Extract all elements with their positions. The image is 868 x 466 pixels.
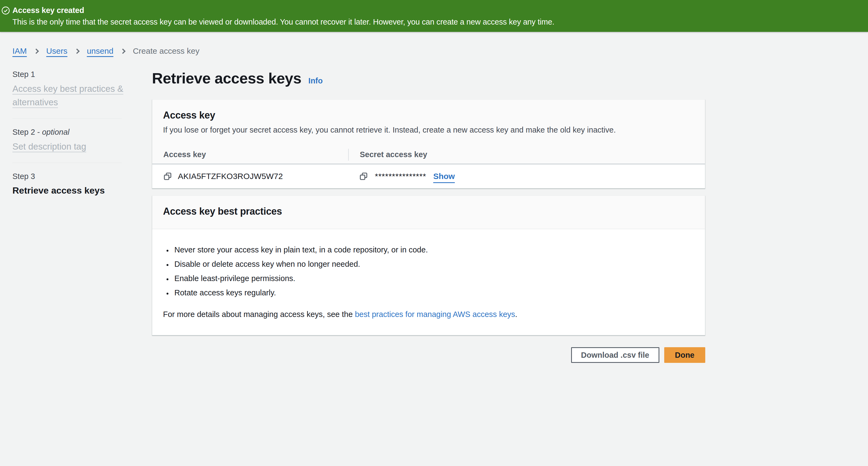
done-button[interactable]: Done bbox=[664, 347, 706, 363]
flashbar-message: This is the only time that the secret ac… bbox=[12, 17, 857, 27]
best-practices-list: Never store your access key in plain tex… bbox=[163, 243, 694, 300]
chevron-right-icon bbox=[34, 49, 39, 54]
secret-access-key-cell: *************** Show bbox=[348, 172, 705, 181]
info-link[interactable]: Info bbox=[309, 76, 323, 85]
success-flashbar: Access key created This is the only time… bbox=[0, 0, 868, 32]
step-1-link[interactable]: Access key best practices & alternatives bbox=[12, 84, 123, 107]
access-key-id: AKIA5FTZFKO3ROJW5W72 bbox=[178, 172, 283, 181]
access-key-card-title: Access key bbox=[163, 110, 694, 121]
secret-access-key-masked: *************** bbox=[375, 172, 426, 181]
access-key-cell: AKIA5FTZFKO3ROJW5W72 bbox=[152, 172, 348, 181]
flashbar-title: Access key created bbox=[12, 5, 857, 15]
main-content: Retrieve access keys Info Access key If … bbox=[152, 70, 705, 363]
list-item: Rotate access keys regularly. bbox=[172, 286, 694, 300]
breadcrumb-link-iam[interactable]: IAM bbox=[12, 46, 27, 56]
breadcrumb: IAM Users unsend Create access key bbox=[0, 32, 868, 56]
step-divider bbox=[12, 162, 122, 163]
step-2-link[interactable]: Set description tag bbox=[12, 142, 86, 152]
best-practices-link[interactable]: best practices for managing AWS access k… bbox=[355, 310, 515, 319]
list-item: Enable least-privilege permissions. bbox=[172, 271, 694, 286]
chevron-right-icon bbox=[74, 49, 80, 54]
step-3: Step 3 Retrieve access keys bbox=[12, 172, 122, 196]
step-3-label: Step 3 bbox=[12, 172, 35, 181]
list-item: Never store your access key in plain tex… bbox=[172, 243, 694, 257]
footer-text-prefix: For more details about managing access k… bbox=[163, 310, 355, 319]
column-header-access-key: Access key bbox=[152, 150, 348, 159]
step-1-label: Step 1 bbox=[12, 70, 35, 79]
best-practices-card: Access key best practices Never store yo… bbox=[152, 195, 705, 335]
access-key-card-description: If you lose or forget your secret access… bbox=[163, 125, 694, 135]
copy-icon[interactable] bbox=[359, 172, 368, 181]
step-2-optional-label: optional bbox=[42, 128, 70, 136]
list-item: Disable or delete access key when no lon… bbox=[172, 257, 694, 271]
chevron-right-icon bbox=[120, 49, 126, 54]
copy-icon[interactable] bbox=[163, 172, 172, 181]
step-3-active-title: Retrieve access keys bbox=[12, 184, 122, 196]
show-secret-link[interactable]: Show bbox=[433, 172, 455, 181]
table-header-row: Access key Secret access key bbox=[152, 146, 705, 164]
wizard-steps-nav: Step 1 Access key best practices & alter… bbox=[12, 70, 122, 363]
page-title: Retrieve access keys bbox=[152, 70, 302, 87]
download-csv-button[interactable]: Download .csv file bbox=[571, 347, 659, 363]
check-circle-icon bbox=[1, 6, 10, 15]
footer-text-suffix: . bbox=[515, 310, 518, 319]
breadcrumb-current: Create access key bbox=[133, 46, 199, 56]
column-header-secret-access-key: Secret access key bbox=[348, 149, 705, 161]
breadcrumb-link-users[interactable]: Users bbox=[46, 46, 67, 56]
best-practices-footer: For more details about managing access k… bbox=[163, 309, 694, 319]
access-key-card: Access key If you lose or forget your se… bbox=[152, 99, 705, 188]
breadcrumb-link-unsend[interactable]: unsend bbox=[87, 46, 113, 56]
step-2: Step 2 - optional Set description tag bbox=[12, 127, 122, 153]
actions-bar: Download .csv file Done bbox=[152, 347, 705, 363]
step-divider bbox=[12, 118, 122, 119]
step-2-label: Step 2 bbox=[12, 128, 35, 136]
step-1: Step 1 Access key best practices & alter… bbox=[12, 70, 122, 109]
step-2-separator: - bbox=[35, 128, 42, 136]
table-row: AKIA5FTZFKO3ROJW5W72 *************** Sho… bbox=[152, 164, 705, 188]
best-practices-card-title: Access key best practices bbox=[163, 206, 694, 217]
